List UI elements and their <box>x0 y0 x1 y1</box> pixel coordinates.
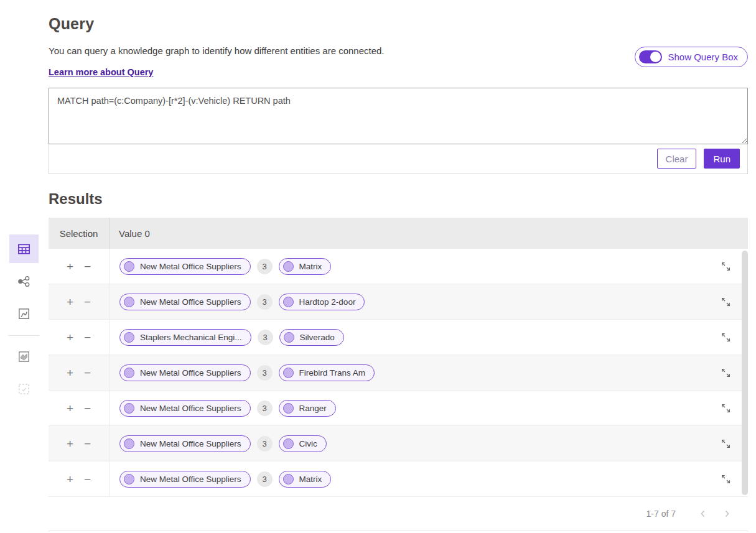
row-selection-cell: + − <box>49 426 110 461</box>
query-actions: Clear Run <box>49 144 747 174</box>
add-selection-button[interactable]: + <box>67 261 73 272</box>
source-entity-pill[interactable]: New Metal Office Suppliers <box>119 364 251 381</box>
row-selection-cell: + − <box>49 355 110 390</box>
page-title: Query <box>49 15 748 33</box>
chevron-right-icon <box>722 509 732 519</box>
show-query-box-toggle[interactable]: Show Query Box <box>635 47 748 67</box>
entity-node-icon <box>283 261 294 272</box>
target-entity-label: Matrix <box>299 262 322 271</box>
entity-node-icon <box>124 261 134 272</box>
row-value-cell: New Metal Office Suppliers 3 Firebird Tr… <box>110 355 703 390</box>
row-value-cell: New Metal Office Suppliers 3 Matrix <box>110 249 703 284</box>
add-selection-button[interactable]: + <box>67 296 73 308</box>
source-entity-label: New Metal Office Suppliers <box>140 475 241 484</box>
expand-icon <box>720 331 732 343</box>
table-header: Selection Value 0 <box>49 218 748 249</box>
table-row: + − New Metal Office Suppliers 3 Ranger <box>49 391 748 426</box>
query-page: Query You can query a knowledge graph to… <box>49 0 748 531</box>
entity-node-icon <box>283 438 294 449</box>
column-header-selection: Selection <box>49 218 110 249</box>
row-selection-cell: + − <box>49 249 110 284</box>
add-selection-button[interactable]: + <box>67 331 73 343</box>
expand-icon <box>720 402 732 414</box>
remove-selection-button[interactable]: − <box>84 402 91 414</box>
toggle-label: Show Query Box <box>668 52 738 62</box>
source-entity-pill[interactable]: New Metal Office Suppliers <box>119 258 251 275</box>
hop-count-badge: 3 <box>257 259 273 274</box>
expand-icon <box>720 261 732 272</box>
source-entity-label: New Metal Office Suppliers <box>140 297 241 307</box>
source-entity-label: Staplers Mechanical Engi... <box>140 333 242 342</box>
remove-selection-button[interactable]: − <box>84 261 91 272</box>
hop-count-badge: 3 <box>257 294 273 310</box>
add-selection-button[interactable]: + <box>67 367 73 379</box>
source-entity-pill[interactable]: New Metal Office Suppliers <box>119 294 251 310</box>
add-selection-button[interactable]: + <box>67 438 73 450</box>
column-header-value0: Value 0 <box>110 218 748 249</box>
remove-selection-button[interactable]: − <box>84 473 91 485</box>
pagination-prev-button[interactable] <box>696 506 711 521</box>
learn-more-link[interactable]: Learn more about Query <box>49 67 153 77</box>
source-entity-pill[interactable]: Staplers Mechanical Engi... <box>119 329 251 346</box>
target-entity-pill[interactable]: Ranger <box>279 400 336 417</box>
pagination-range: 1-7 of 7 <box>646 509 676 519</box>
sidebar-item-map-view[interactable] <box>9 342 39 371</box>
sidebar-divider <box>8 335 39 336</box>
source-entity-pill[interactable]: New Metal Office Suppliers <box>119 471 251 488</box>
results-title: Results <box>49 190 748 208</box>
entity-node-icon <box>124 332 134 343</box>
chevron-left-icon <box>698 509 708 519</box>
intro-row: You can query a knowledge graph to ident… <box>49 45 748 78</box>
row-selection-cell: + − <box>49 391 110 425</box>
row-selection-cell: + − <box>49 320 110 355</box>
target-entity-pill[interactable]: Matrix <box>279 258 332 275</box>
view-sidebar <box>8 234 39 407</box>
map-view-icon <box>17 350 31 364</box>
hop-count-badge: 3 <box>258 330 273 345</box>
source-entity-pill[interactable]: New Metal Office Suppliers <box>119 400 251 417</box>
table-scrollbar-thumb[interactable] <box>742 251 748 495</box>
expand-icon <box>720 473 732 485</box>
target-entity-pill[interactable]: Matrix <box>279 471 332 488</box>
row-selection-cell: + − <box>49 461 110 496</box>
entity-node-icon <box>283 403 294 414</box>
remove-selection-button[interactable]: − <box>84 438 91 450</box>
target-entity-label: Matrix <box>299 475 322 484</box>
target-entity-pill[interactable]: Silverado <box>279 329 344 346</box>
query-panel: MATCH path=(c:Company)-[r*2]-(v:Vehicle)… <box>49 88 748 174</box>
source-entity-pill[interactable]: New Metal Office Suppliers <box>119 435 251 452</box>
results-table: Selection Value 0 + − New Metal Office S… <box>49 218 748 531</box>
source-entity-label: New Metal Office Suppliers <box>140 368 241 378</box>
expand-icon <box>720 367 732 379</box>
query-input[interactable]: MATCH path=(c:Company)-[r*2]-(v:Vehicle)… <box>49 88 748 144</box>
expand-icon <box>720 438 732 450</box>
target-entity-pill[interactable]: Civic <box>279 435 327 452</box>
sidebar-item-table-view[interactable] <box>9 234 39 263</box>
toggle-switch-icon[interactable] <box>639 50 662 63</box>
target-entity-pill[interactable]: Hardtop 2-door <box>279 294 365 310</box>
expand-icon <box>720 296 732 308</box>
pagination-next-button[interactable] <box>719 506 734 521</box>
source-entity-label: New Metal Office Suppliers <box>140 262 241 271</box>
page-description: You can query a knowledge graph to ident… <box>49 45 385 56</box>
target-entity-pill[interactable]: Firebird Trans Am <box>279 364 375 381</box>
toggle-knob <box>650 52 661 62</box>
remove-selection-button[interactable]: − <box>84 331 91 343</box>
add-selection-button[interactable]: + <box>67 402 73 414</box>
add-selection-button[interactable]: + <box>67 473 73 485</box>
remove-selection-button[interactable]: − <box>84 367 91 379</box>
run-button[interactable]: Run <box>704 149 740 169</box>
sidebar-item-chart-view[interactable] <box>9 299 39 328</box>
remove-selection-button[interactable]: − <box>84 296 91 308</box>
sidebar-item-graph-view[interactable] <box>9 267 39 295</box>
entity-node-icon <box>124 438 134 449</box>
row-value-cell: New Metal Office Suppliers 3 Hardtop 2-d… <box>110 284 703 319</box>
row-selection-cell: + − <box>49 284 110 319</box>
target-entity-label: Silverado <box>300 333 335 342</box>
row-value-cell: Staplers Mechanical Engi... 3 Silverado <box>110 320 703 355</box>
table-row: + − New Metal Office Suppliers 3 Civic <box>49 426 748 461</box>
entity-node-icon <box>283 368 294 378</box>
row-value-cell: New Metal Office Suppliers 3 Matrix <box>110 461 703 496</box>
clear-button[interactable]: Clear <box>657 149 697 169</box>
sidebar-item-custom-view <box>9 374 39 403</box>
